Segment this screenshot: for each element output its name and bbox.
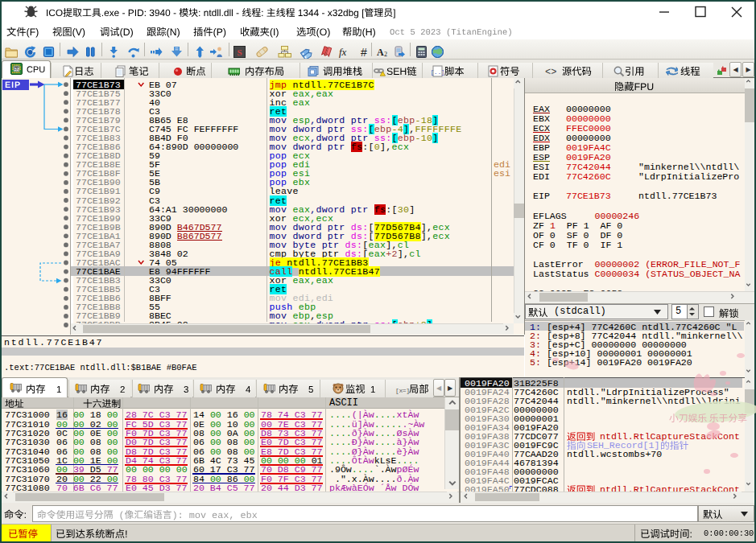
svg-text:2: 2 <box>384 51 387 58</box>
svg-text:fx: fx <box>339 46 347 58</box>
svg-text:<>: <> <box>545 67 556 78</box>
svg-text:A: A <box>377 47 384 58</box>
svg-text:{..}: {..} <box>432 68 444 76</box>
svg-text:S: S <box>237 47 242 57</box>
svg-text:#: # <box>361 46 367 59</box>
svg-text:32: 32 <box>14 67 19 72</box>
